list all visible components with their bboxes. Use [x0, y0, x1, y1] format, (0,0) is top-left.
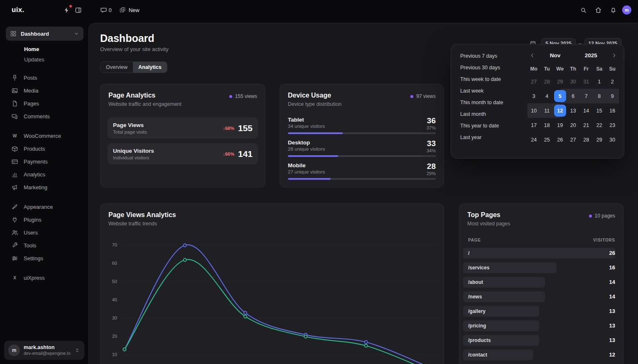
calendar-day-25[interactable]: 25 [540, 132, 554, 147]
sidebar-item-uixpress[interactable]: XuiXpress [6, 271, 83, 284]
sidebar-user-card[interactable]: m mark.ashton dev-email@wpengine.local [4, 341, 84, 360]
calendar-day-24[interactable]: 24 [528, 132, 541, 147]
calendar-day-10[interactable]: 10 [528, 103, 541, 118]
toggle-sidebar-button[interactable] [73, 4, 84, 16]
calendar-day-label: 11 [541, 105, 553, 117]
calendar-day-30[interactable]: 30 [606, 132, 619, 147]
top-page-visitors: 14 [609, 277, 615, 288]
calendar-day-6[interactable]: 6 [567, 89, 580, 103]
preset-previous-7-days[interactable]: Previous 7 days [457, 51, 523, 61]
calendar-day-23[interactable]: 23 [606, 118, 619, 132]
calendar-next-button[interactable] [609, 50, 619, 60]
top-page-row[interactable]: /products 13 [463, 335, 615, 346]
top-page-row[interactable]: /gallery 13 [463, 306, 615, 317]
calendar-day-9[interactable]: 9 [606, 89, 619, 103]
tab-analytics[interactable]: Analytics [133, 62, 167, 73]
sidebar-section: XuiXpress [6, 271, 83, 284]
page-analytics-rows: Page Views Total page visits ↓68% 155 Un… [108, 117, 258, 164]
view-site-button[interactable] [592, 4, 604, 16]
calendar-day-29[interactable]: 29 [593, 132, 606, 147]
calendar-day-31[interactable]: 31 [580, 74, 593, 89]
sidebar-item-appearance[interactable]: Appearance [6, 200, 83, 213]
sidebar-item-label: Media [24, 88, 38, 94]
calendar-day-11[interactable]: 11 [540, 103, 554, 118]
sidebar-item-updates[interactable]: Updates [6, 54, 83, 65]
calendar-day-22[interactable]: 22 [593, 118, 606, 132]
calendar-day-5[interactable]: 5 [554, 89, 567, 103]
topbar-right: m [577, 4, 631, 16]
sidebar-item-label: Payments [24, 159, 48, 165]
calendar-day-14[interactable]: 14 [580, 103, 593, 118]
calendar-day-29[interactable]: 29 [554, 74, 567, 89]
calendar-day-27[interactable]: 27 [528, 74, 541, 89]
calendar-day-16[interactable]: 16 [606, 103, 619, 118]
preset-last-year[interactable]: Last year [457, 132, 523, 142]
calendar-day-2[interactable]: 2 [606, 74, 619, 89]
calendar-day-27[interactable]: 27 [567, 132, 580, 147]
sidebar-item-comments[interactable]: Comments [6, 110, 83, 123]
calendar-day-17[interactable]: 17 [528, 118, 541, 132]
tab-overview[interactable]: Overview [101, 62, 133, 73]
sidebar-dashboard-menu[interactable]: Dashboard [6, 27, 83, 41]
calendar-day-18[interactable]: 18 [540, 118, 554, 132]
sidebar-item-plugins[interactable]: Plugins [6, 213, 83, 226]
top-page-visitors: 26 [609, 248, 615, 259]
top-page-path: /news [468, 291, 482, 302]
device-values: 28 29% [427, 162, 436, 176]
sidebar-item-posts[interactable]: Posts [6, 71, 83, 84]
calendar-day-3[interactable]: 3 [528, 89, 541, 103]
sidebar-item-marketing[interactable]: Marketing [6, 181, 83, 194]
views-badge: 155 views [229, 93, 257, 99]
card-title: Page Analytics [108, 92, 155, 99]
sidebar-item-pages[interactable]: Pages [6, 97, 83, 110]
top-page-row[interactable]: /services 16 [463, 262, 615, 273]
sidebar-item-woocommerce[interactable]: WWooCommerce [6, 129, 83, 142]
new-content-button[interactable]: New [119, 7, 140, 13]
preset-previous-30-days[interactable]: Previous 30 days [457, 63, 523, 73]
calendar-day-8[interactable]: 8 [593, 89, 606, 103]
calendar-day-30[interactable]: 30 [567, 74, 580, 89]
sidebar-item-users[interactable]: Users [6, 226, 83, 239]
comments-count-button[interactable]: 0 [98, 4, 113, 16]
preset-this-year-to-date[interactable]: This year to date [457, 121, 523, 131]
sidebar-item-analytics[interactable]: Analytics [6, 168, 83, 181]
preset-last-week[interactable]: Last week [457, 86, 523, 96]
device-row-mobile: Mobile 27 unique visitors 28 29% [288, 162, 436, 180]
preset-this-month-to-date[interactable]: This month to date [457, 98, 523, 107]
top-page-row[interactable]: /news 14 [463, 291, 615, 302]
chart-y-tick: 60 [106, 261, 117, 266]
calendar-prev-button[interactable] [528, 50, 537, 60]
sidebar-item-payments[interactable]: Payments [6, 155, 83, 168]
search-button[interactable] [577, 4, 589, 16]
calendar-day-28[interactable]: 28 [540, 74, 554, 89]
calendar-day-4[interactable]: 4 [540, 89, 554, 103]
notifications-button[interactable] [607, 4, 619, 16]
sidebar-item-tools[interactable]: Tools [6, 239, 83, 252]
calendar-day-label: 26 [554, 134, 566, 146]
calendar-day-21[interactable]: 21 [580, 118, 593, 132]
calendar-day-1[interactable]: 1 [593, 74, 606, 89]
user-avatar-button[interactable]: m [622, 5, 631, 15]
preset-last-month[interactable]: Last month [457, 109, 523, 119]
top-page-row[interactable]: /contact 12 [463, 349, 615, 360]
calendar-day-20[interactable]: 20 [567, 118, 580, 132]
top-page-row[interactable]: / 26 [463, 248, 615, 259]
sidebar-item-home[interactable]: Home [6, 44, 83, 54]
calendar-day-15[interactable]: 15 [593, 103, 606, 118]
calendar-day-13[interactable]: 13 [567, 103, 580, 118]
sidebar-item-settings[interactable]: Settings [6, 252, 83, 265]
sidebar-item-products[interactable]: Products [6, 142, 83, 155]
calendar-day-12[interactable]: 12 [554, 103, 567, 118]
quick-actions-button[interactable] [61, 4, 73, 16]
appearance-icon [11, 203, 18, 210]
calendar-day-19[interactable]: 19 [554, 118, 567, 132]
calendar-day-26[interactable]: 26 [554, 132, 567, 147]
sidebar-item-media[interactable]: Media [6, 84, 83, 97]
chevron-right-icon [611, 52, 617, 59]
top-page-row[interactable]: /about 14 [463, 277, 615, 288]
preset-this-week-to-date[interactable]: This week to date [457, 74, 523, 84]
calendar-day-7[interactable]: 7 [580, 89, 593, 103]
top-page-row[interactable]: /pricing 13 [463, 320, 615, 331]
device-percent: 34% [427, 148, 436, 153]
calendar-day-28[interactable]: 28 [580, 132, 593, 147]
